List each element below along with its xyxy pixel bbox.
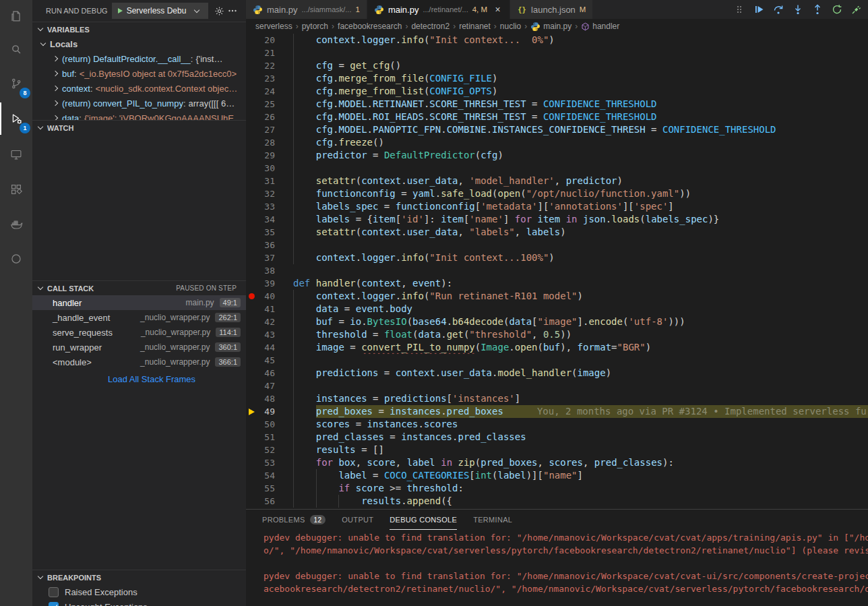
variable-row[interactable]: (return) DefaultPredictor.__call__:{'ins… [32, 51, 246, 66]
gutter-breakpoint-zone[interactable] [246, 136, 258, 149]
gutter-breakpoint-zone[interactable] [246, 34, 258, 47]
breakpoint-row[interactable]: Uncaught Exceptions [32, 599, 246, 606]
code-line[interactable]: 41 data = event.body [246, 303, 868, 315]
gutter-breakpoint-zone[interactable] [246, 380, 258, 392]
gutter-breakpoint-zone[interactable] [246, 200, 258, 213]
gutter-breakpoint-zone[interactable] [246, 456, 258, 469]
call-stack-frame[interactable]: handlermain.py49:1 [32, 295, 246, 310]
gutter-breakpoint-zone[interactable] [246, 290, 258, 303]
editor-tab[interactable]: main.py.../siammask/...1 [246, 0, 367, 19]
activity-item-remote-explorer[interactable] [0, 138, 32, 171]
breakpoint-row[interactable]: Raised Exceptions [32, 584, 246, 599]
call-stack-frame[interactable]: <module>_nuclio_wrapper.py366:1 [32, 355, 246, 369]
gutter-breakpoint-zone[interactable] [246, 111, 258, 123]
step-into-button[interactable] [792, 3, 804, 16]
activity-item-source-control[interactable]: 8 [0, 67, 32, 100]
gutter-breakpoint-zone[interactable] [246, 123, 258, 136]
code-line[interactable]: 20 context.logger.info("Init context... … [246, 34, 868, 47]
code-line[interactable]: 47 [246, 380, 868, 392]
activity-item-explorer[interactable] [0, 0, 32, 32]
code-line[interactable]: 25 cfg.MODEL.RETINANET.SCORE_THRESH_TEST… [246, 98, 868, 111]
watch-section-header[interactable]: WATCH [32, 120, 246, 135]
restart-button[interactable] [831, 3, 843, 16]
variable-row[interactable]: data:{'image': 'iVBORw0KGgoAAAANSUhE… [32, 111, 246, 120]
gutter-breakpoint-zone[interactable] [246, 239, 258, 251]
gutter-breakpoint-zone[interactable] [246, 149, 258, 162]
call-stack-frame[interactable]: _handle_event_nuclio_wrapper.py262:1 [32, 310, 246, 325]
load-all-stack-frames-link[interactable]: Load All Stack Frames [108, 374, 195, 384]
gutter-breakpoint-zone[interactable] [246, 59, 258, 72]
code-line[interactable]: 38 [246, 264, 868, 277]
breadcrumb-item[interactable]: handler [581, 22, 619, 31]
code-line[interactable]: 54 label = COCO_CATEGORIES[int(label)]["… [246, 469, 868, 482]
code-line[interactable]: 36 [246, 239, 868, 251]
code-line[interactable]: 46 predictions = context.user_data.model… [246, 367, 868, 380]
drag-handle-icon[interactable] [733, 3, 745, 16]
breadcrumb-item[interactable]: detectron2 [411, 22, 450, 31]
call-stack-frame[interactable]: run_wrapper_nuclio_wrapper.py360:1 [32, 340, 246, 355]
gutter-breakpoint-zone[interactable] [246, 264, 258, 277]
gutter-breakpoint-zone[interactable] [246, 47, 258, 59]
gutter-breakpoint-zone[interactable] [246, 162, 258, 175]
code-line[interactable]: 31 setattr(context.user_data, 'model_han… [246, 175, 868, 187]
gutter-breakpoint-zone[interactable] [246, 392, 258, 405]
panel-tab-debug-console[interactable]: DEBUG CONSOLE [390, 510, 457, 530]
code-line[interactable]: 33 labels_spec = functionconfig['metadat… [246, 200, 868, 213]
breadcrumb-item[interactable]: pytorch [302, 22, 328, 31]
code-line[interactable]: 43 threshold = float(data.get("threshold… [246, 328, 868, 341]
breakpoints-section-header[interactable]: BREAKPOINTS [32, 570, 246, 584]
breadcrumb-item[interactable]: facebookresearch [338, 22, 402, 31]
variable-row[interactable]: buf:<_io.BytesIO object at 0x7f5a2dc1ecc… [32, 66, 246, 81]
code-line[interactable]: 23 cfg.merge_from_file(CONFIG_FILE) [246, 72, 868, 85]
activity-item-run-and-debug[interactable]: 1 [0, 102, 32, 135]
gutter-breakpoint-zone[interactable] [246, 367, 258, 380]
code-line[interactable]: 21 [246, 47, 868, 59]
gutter-breakpoint-zone[interactable] [246, 175, 258, 187]
code-line[interactable]: 37 context.logger.info("Init context...1… [246, 251, 868, 264]
gutter-breakpoint-zone[interactable] [246, 315, 258, 328]
gutter-breakpoint-zone[interactable] [246, 187, 258, 200]
code-line[interactable]: 48 instances = predictions['instances'] [246, 392, 868, 405]
code-line[interactable]: 51 pred_classes = instances.pred_classes [246, 431, 868, 444]
code-line[interactable]: 45 [246, 354, 868, 367]
code-line[interactable]: 44 image = convert_PIL_to_numpy(Image.op… [246, 341, 868, 354]
variables-section-header[interactable]: VARIABLES [32, 22, 246, 36]
gutter-breakpoint-zone[interactable] [246, 98, 258, 111]
activity-item-extensions[interactable] [0, 173, 32, 206]
code-line[interactable]: 28 cfg.freeze() [246, 136, 868, 149]
code-line[interactable]: 49 pred_boxes = instances.pred_boxesYou,… [246, 405, 868, 418]
activity-item-docker[interactable] [0, 208, 32, 241]
breadcrumb-item[interactable]: serverless [255, 22, 292, 31]
gutter-breakpoint-zone[interactable] [246, 328, 258, 341]
code-line[interactable]: 40 context.logger.info("Run retinanet-R1… [246, 290, 868, 303]
code-editor[interactable]: 20 context.logger.info("Init context... … [246, 34, 868, 509]
code-line[interactable]: 53 for box, score, label in zip(pred_box… [246, 456, 868, 469]
variable-row[interactable]: context:<nuclio_sdk.context.Context obje… [32, 81, 246, 96]
gutter-breakpoint-zone[interactable] [246, 444, 258, 456]
more-actions-icon[interactable] [226, 3, 239, 18]
code-line[interactable]: 35 setattr(context.user_data, "labels", … [246, 226, 868, 239]
gutter-breakpoint-zone[interactable] [246, 405, 258, 418]
gutter-breakpoint-zone[interactable] [246, 72, 258, 85]
gutter-breakpoint-zone[interactable] [246, 354, 258, 367]
gear-icon[interactable] [212, 3, 226, 18]
call-stack-section-header[interactable]: CALL STACK PAUSED ON STEP [32, 280, 246, 295]
disconnect-button[interactable] [850, 3, 863, 16]
code-line[interactable]: 27 cfg.MODEL.PANOPTIC_FPN.COMBINE.INSTAN… [246, 123, 868, 136]
continue-button[interactable] [753, 3, 765, 16]
step-over-button[interactable] [772, 3, 784, 16]
code-line[interactable]: 39def handler(context, event): [246, 277, 868, 290]
gutter-breakpoint-zone[interactable] [246, 341, 258, 354]
code-line[interactable]: 55 if score >= threshold: [246, 482, 868, 495]
gutter-breakpoint-zone[interactable] [246, 213, 258, 226]
code-line[interactable]: 56 results.append({ [246, 495, 868, 508]
gutter-breakpoint-zone[interactable] [246, 482, 258, 495]
activity-item-circle[interactable] [0, 243, 32, 275]
breadcrumb-item[interactable]: nuclio [500, 22, 521, 31]
gutter-breakpoint-zone[interactable] [246, 277, 258, 290]
debug-configuration-dropdown[interactable]: Serverless Debu [112, 3, 208, 19]
panel-tab-problems[interactable]: PROBLEMS12 [262, 510, 326, 530]
gutter-breakpoint-zone[interactable] [246, 469, 258, 482]
activity-item-search[interactable] [0, 33, 32, 65]
breadcrumb-item[interactable]: main.py [530, 22, 571, 32]
